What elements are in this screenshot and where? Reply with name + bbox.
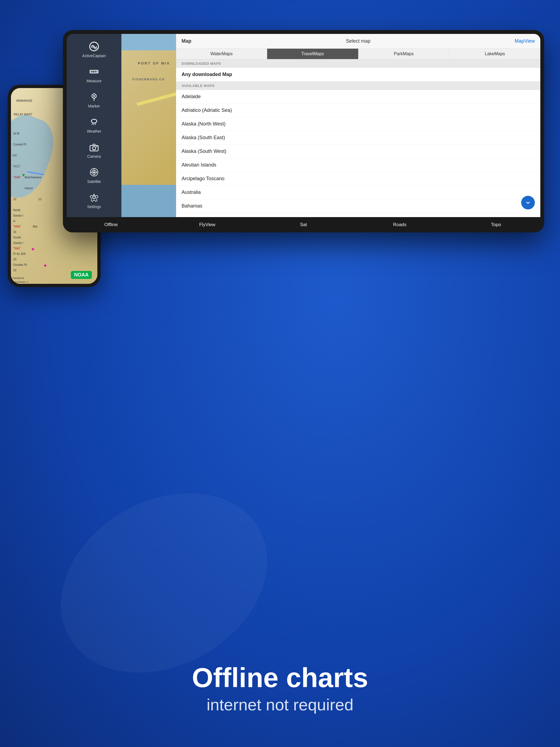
svg-line-11 <box>92 123 93 125</box>
phone-label-sandy: Sandy I <box>13 214 23 217</box>
phone-label-gc: GC <box>12 154 17 157</box>
phone-noaa-badge: NOAA <box>71 271 92 279</box>
bottom-tab-bar: Offline FlyView Sat Roads Topo <box>63 217 544 232</box>
map-area: PORT OF MIA FISHERMANS-CH 0.3 NM Map Sel… <box>121 34 540 229</box>
bottom-tab-topo[interactable]: Topo <box>448 222 544 228</box>
map-item-bahamas[interactable]: Bahamas <box>176 199 540 213</box>
map-type-tabs: WaterMaps TravelMaps ParkMaps LakeMaps <box>176 49 540 59</box>
phone-label-num12b: 12 <box>38 198 42 201</box>
weather-icon <box>88 116 100 128</box>
map-item-australia[interactable]: Australia <box>176 186 540 199</box>
tablet-device: ActiveCaptain Measure <box>63 30 544 232</box>
map-item-arcipelago[interactable]: Arcipelago Toscano <box>176 172 540 186</box>
svg-line-12 <box>94 123 94 125</box>
map-item-alaska-se[interactable]: Alaska (South East) <box>176 131 540 145</box>
promo-sub-title: internet not required <box>0 695 560 714</box>
phone-label-cordell: Cordell Pt <box>13 143 26 146</box>
sidebar-item-satellite[interactable]: Satellite <box>67 162 121 187</box>
settings-icon <box>88 191 100 203</box>
bottom-tab-offline[interactable]: Offline <box>63 222 159 228</box>
svg-point-8 <box>93 95 95 97</box>
satellite-icon <box>88 166 100 178</box>
svg-point-15 <box>93 147 96 150</box>
phone-label-north: North <box>13 208 21 212</box>
section-header-downloaded: DOWNLOADED MAPS <box>176 59 540 68</box>
tab-watermaps[interactable]: WaterMaps <box>176 49 267 59</box>
phone-water-left <box>11 108 61 204</box>
phone-label-xa4: "XA4" <box>13 176 21 179</box>
svg-point-10 <box>91 119 97 123</box>
bottom-tab-sat[interactable]: Sat <box>255 222 352 228</box>
tab-parkmaps[interactable]: ParkMaps <box>358 49 450 59</box>
phone-label-sandy2: Sandy I <box>13 241 23 244</box>
map-list: DOWNLOADED MAPS Any downloaded Map AVAIL… <box>176 59 540 229</box>
phone-label-xa1: "XA1" <box>13 247 21 250</box>
phone-label-stm: St M <box>13 132 19 135</box>
svg-point-22 <box>93 196 96 199</box>
panel-map-label: Map <box>182 38 192 44</box>
phone-label-parisienne2: PARISIENNE LT <box>12 281 28 283</box>
bottom-tab-flyview[interactable]: FlyView <box>159 222 255 228</box>
phone-label-num19: 19 <box>13 258 17 261</box>
svg-line-13 <box>95 123 96 125</box>
sidebar-label-settings: Settings <box>87 205 101 209</box>
promo-text-area: Offline charts internet not required <box>0 663 560 714</box>
scroll-down-button[interactable] <box>521 196 535 209</box>
promo-main-title: Offline charts <box>0 663 560 693</box>
phone-label-parisienne: Parisienne <box>12 277 24 279</box>
downloaded-map-item[interactable]: Any downloaded Map <box>176 68 540 81</box>
svg-point-16 <box>96 146 97 147</box>
phone-label-mamainse: MAMAINSE <box>17 99 32 102</box>
phone-label-south: South <box>13 236 21 239</box>
panel-header: Map Select map MapView <box>176 34 540 49</box>
sidebar-item-settings[interactable]: Settings <box>67 187 121 213</box>
sidebar-label-satellite: Satellite <box>87 179 101 184</box>
panel-title: Select map <box>346 38 371 44</box>
panel-mapview-button[interactable]: MapView <box>515 38 535 44</box>
sidebar-item-measure[interactable]: Measure <box>67 62 121 87</box>
phone-label-goulais: Goulais Pt <box>13 263 27 266</box>
map-label-fisherman: FISHERMANS-CH <box>132 78 164 81</box>
tab-lakemaps[interactable]: LakeMaps <box>450 49 540 59</box>
section-header-available: AVAILABLE MAPS <box>176 81 540 90</box>
sidebar-item-camera[interactable]: Camera <box>67 137 121 162</box>
tablet-screen: ActiveCaptain Measure <box>67 34 540 229</box>
phone-label-num4s: Fl 4s 32ft <box>13 252 25 255</box>
map-label-port: PORT OF MIA <box>138 61 170 66</box>
marker-icon <box>88 91 100 103</box>
sidebar-label-marker: Marker <box>88 104 100 108</box>
map-item-alaska-sw[interactable]: Alaska (South West) <box>176 145 540 158</box>
phone-label-batch: Batchawana <box>25 176 41 179</box>
phone-label-num15: 15 <box>13 268 17 272</box>
phone-green-marker: ▼ <box>21 173 26 178</box>
map-item-adriatico[interactable]: Adriatico (Adriatic Sea) <box>176 104 540 117</box>
sidebar-label-measure: Measure <box>87 79 101 83</box>
map-item-aleutian[interactable]: Aleutian Islands <box>176 158 540 172</box>
phone-pink-marker1: ◆ <box>31 247 34 251</box>
tab-travelmaps[interactable]: TravelMaps <box>267 49 358 59</box>
phone-label-g: G <box>13 219 16 223</box>
map-item-alaska-nw[interactable]: Alaska (North West) <box>176 117 540 131</box>
sidebar-item-marker[interactable]: Marker <box>67 87 121 112</box>
bottom-tab-roads[interactable]: Roads <box>352 222 448 228</box>
phone-label-xa3: "XA3" <box>13 225 21 228</box>
sidebar-item-weather[interactable]: Weather <box>67 112 121 137</box>
sidebar-item-activecaptain[interactable]: ActiveCaptain <box>67 36 121 62</box>
activecaptain-icon <box>88 41 100 52</box>
phone-label-relay: RELAY MAST <box>14 113 32 116</box>
phone-label-xc: "XC1" <box>12 164 21 168</box>
measure-icon <box>88 66 100 78</box>
phone-label-num31: 31 <box>13 230 17 233</box>
sidebar: ActiveCaptain Measure <box>67 34 121 229</box>
phone-label-island: Island <box>25 186 32 190</box>
camera-icon <box>88 141 100 153</box>
phone-label-bat: Bat <box>33 225 37 228</box>
select-map-panel: Map Select map MapView WaterMaps TravelM… <box>176 34 540 229</box>
sidebar-label-activecaptain: ActiveCaptain <box>82 54 106 58</box>
phone-pink-marker2: ◆ <box>44 263 47 267</box>
phone-label-num12: 12 <box>13 198 17 201</box>
map-item-adelaide[interactable]: Adelaide <box>176 90 540 104</box>
sidebar-label-weather: Weather <box>87 129 101 133</box>
sidebar-label-camera: Camera <box>87 154 101 159</box>
